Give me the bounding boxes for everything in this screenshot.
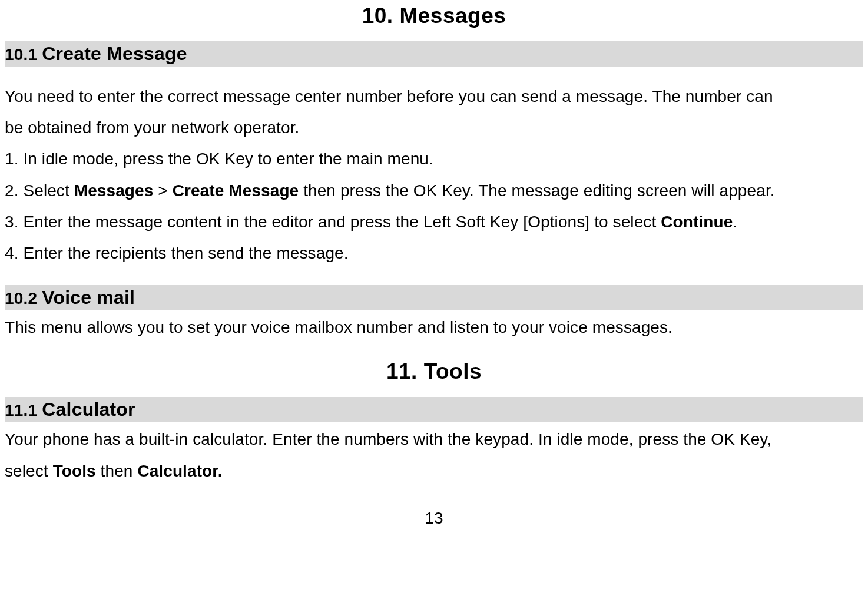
section-10-1-body: You need to enter the correct message ce… <box>5 81 863 269</box>
chapter-10-title: 10. Messages <box>5 4 863 28</box>
section-10-1-heading: 10.1 Create Message <box>5 41 863 67</box>
section-number: 11.1 <box>5 401 42 419</box>
voice-mail-body: This menu allows you to set your voice m… <box>5 312 863 343</box>
calc-bold-calculator: Calculator. <box>137 462 222 480</box>
step-2-text-e: then press the OK Key. The message editi… <box>299 181 774 200</box>
section-title: Create Message <box>42 43 187 64</box>
section-10-2-heading: 10.2 Voice mail <box>5 285 863 310</box>
step-2-text-a: 2. Select <box>5 181 74 200</box>
document-page: 10. Messages 10.1 Create Message You nee… <box>0 4 868 528</box>
section-number: 10.1 <box>5 45 42 64</box>
calculator-body-2: select Tools then Calculator. <box>5 455 863 487</box>
step-3-bold-continue: Continue <box>661 213 733 231</box>
chapter-11-title: 11. Tools <box>5 359 863 384</box>
step-2: 2. Select Messages > Create Message then… <box>5 175 863 206</box>
page-number: 13 <box>5 509 863 528</box>
section-11-1-heading: 11.1 Calculator <box>5 397 863 422</box>
step-2-text-c: > <box>153 181 172 200</box>
calc-bold-tools: Tools <box>53 462 96 480</box>
intro-line-2: be obtained from your network operator. <box>5 112 863 143</box>
step-2-bold-messages: Messages <box>74 181 154 200</box>
step-1: 1. In idle mode, press the OK Key to ent… <box>5 143 863 174</box>
calc-text-a: select <box>5 462 53 480</box>
intro-line-1: You need to enter the correct message ce… <box>5 81 863 112</box>
step-3: 3. Enter the message content in the edit… <box>5 206 863 237</box>
section-title: Voice mail <box>42 287 135 308</box>
calc-text-c: then <box>96 462 138 480</box>
section-title: Calculator <box>42 399 135 420</box>
step-2-bold-create: Create Message <box>173 181 299 200</box>
section-10-2-body: This menu allows you to set your voice m… <box>5 312 863 343</box>
section-number: 10.2 <box>5 289 42 307</box>
step-4: 4. Enter the recipients then send the me… <box>5 237 863 269</box>
step-3-text-a: 3. Enter the message content in the edit… <box>5 213 661 231</box>
calculator-body-1: Your phone has a built-in calculator. En… <box>5 423 863 455</box>
step-3-text-c: . <box>733 213 737 231</box>
section-11-1-body: Your phone has a built-in calculator. En… <box>5 423 863 486</box>
